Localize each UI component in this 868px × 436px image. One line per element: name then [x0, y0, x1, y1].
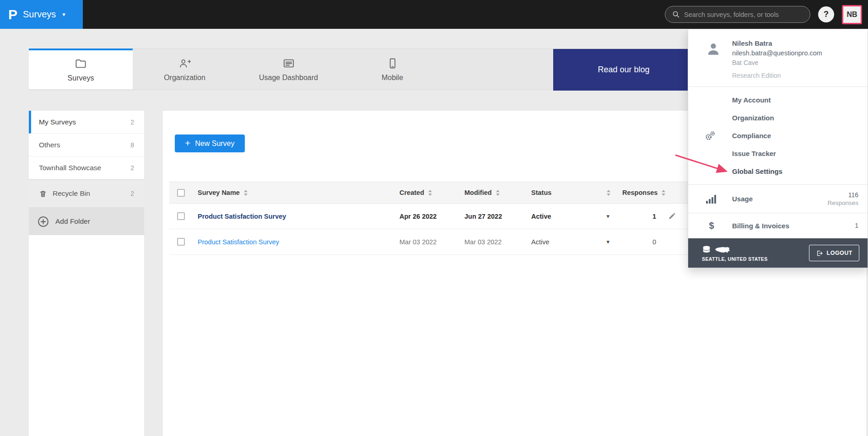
menu-item-label: Global Settings [732, 167, 782, 175]
user-menu-footer: SEATTLE, UNITED STATES LOGOUT [688, 238, 868, 268]
header-survey-name[interactable]: Survey Name [192, 189, 394, 196]
created-date: Apr 26 2022 [399, 213, 437, 220]
dollar-icon: $ [705, 221, 718, 231]
survey-name-link[interactable]: Product Satisfaction Survey [198, 213, 286, 220]
menu-item-label: Compliance [732, 132, 771, 140]
header-label: Modified [464, 189, 492, 196]
tab-label: Mobile [382, 74, 403, 82]
gears-icon [705, 130, 716, 141]
tab-label: Surveys [68, 74, 94, 82]
read-our-blog-button[interactable]: Read our blog [553, 49, 694, 91]
user-avatar-button[interactable]: NB [842, 5, 862, 24]
user-info-block: Nilesh Batra nilesh.batra@questionpro.co… [688, 29, 868, 87]
menu-item-global-settings[interactable]: Global Settings [688, 162, 868, 180]
search-input[interactable] [684, 11, 803, 18]
row-checkbox[interactable] [177, 238, 185, 246]
menu-item-compliance[interactable]: Compliance [688, 127, 868, 145]
menu-item-organization[interactable]: Organization [688, 109, 868, 127]
datacenter-info: SEATTLE, UNITED STATES [702, 244, 768, 262]
trash-icon [39, 189, 47, 198]
status-dropdown[interactable]: Active ▾ [526, 213, 617, 220]
add-folder-label: Add Folder [55, 217, 90, 226]
top-bar: P Surveys ▾ ? NB [0, 0, 868, 29]
modified-date: Mar 03 2022 [464, 238, 501, 246]
user-name: Nilesh Batra [732, 39, 822, 47]
table-row: Product Satisfaction Survey Apr 26 2022 … [169, 204, 694, 229]
sort-icon[interactable] [496, 190, 500, 196]
header-status[interactable]: Status [526, 189, 617, 196]
product-name: Surveys [23, 9, 56, 20]
folder-count: 2 [130, 190, 134, 197]
chevron-down-icon: ▾ [62, 11, 65, 18]
select-all-checkbox[interactable] [177, 189, 185, 197]
menu-item-usage[interactable]: Usage 116 Responses [688, 185, 868, 213]
menu-item-issue-tracker[interactable]: Issue Tracker [688, 145, 868, 162]
tab-label: Organization [164, 74, 205, 82]
sort-icon[interactable] [244, 190, 248, 196]
menu-item-label: Organization [732, 114, 774, 122]
question-mark-icon: ? [824, 10, 829, 19]
row-checkbox-cell [169, 238, 192, 246]
folder-label: Others [39, 141, 60, 149]
folder-count: 2 [130, 118, 134, 126]
global-search[interactable] [665, 6, 810, 23]
product-switcher[interactable]: P Surveys ▾ [0, 0, 83, 29]
tab-mobile[interactable]: Mobile [340, 49, 444, 90]
header-modified[interactable]: Modified [459, 189, 526, 196]
surveys-table: Survey Name Created Modified Status Resp… [169, 182, 694, 255]
tab-surveys[interactable]: Surveys [29, 48, 133, 89]
tab-usage-dashboard[interactable]: Usage Dashboard [237, 49, 340, 90]
responses-count: 1 [652, 213, 656, 220]
folder-count: 8 [130, 141, 134, 149]
bar-chart-icon [705, 194, 718, 204]
logout-icon [816, 250, 823, 257]
sidebar-item-townhall-showcase[interactable]: Townhall Showcase 2 [29, 156, 144, 179]
logout-button[interactable]: LOGOUT [809, 245, 859, 261]
folder-label: My Surveys [39, 118, 76, 126]
folder-icon [75, 58, 87, 70]
menu-item-billing[interactable]: $ Billing & Invoices 1 [688, 213, 868, 238]
status-dropdown[interactable]: Active ▾ [526, 238, 617, 246]
header-created[interactable]: Created [394, 189, 459, 196]
usage-value: 116 Responses [827, 191, 858, 206]
user-email: nilesh.batra@questionpro.com [732, 49, 822, 57]
user-edition: Research Edition [732, 72, 822, 79]
usage-unit: Responses [827, 199, 858, 206]
datacenter-icons [702, 244, 768, 254]
tab-organization[interactable]: Organization [133, 49, 237, 90]
row-checkbox[interactable] [177, 212, 185, 220]
billing-label: Billing & Invoices [732, 222, 789, 230]
status-value: Active [531, 213, 551, 220]
table-header-row: Survey Name Created Modified Status Resp… [169, 182, 694, 204]
menu-item-my-account[interactable]: My Account [688, 91, 868, 109]
phone-icon [387, 57, 399, 70]
folders-sidebar: My Surveys 2 Others 8 Townhall Showcase … [29, 111, 144, 436]
sidebar-item-recycle-bin[interactable]: Recycle Bin 2 [29, 180, 144, 208]
help-button[interactable]: ? [818, 6, 834, 22]
header-responses[interactable]: Responses [617, 189, 663, 196]
edit-pencil-icon[interactable] [668, 212, 676, 220]
dashboard-card-icon [282, 57, 295, 70]
usage-number: 116 [827, 191, 858, 199]
header-label: Responses [622, 189, 658, 196]
usage-label: Usage [732, 195, 753, 203]
add-circle-icon [37, 215, 49, 228]
database-icon [702, 244, 711, 254]
avatar-initials: NB [846, 11, 857, 19]
usa-map-icon [715, 246, 730, 254]
sidebar-item-others[interactable]: Others 8 [29, 134, 144, 156]
status-value: Active [531, 238, 550, 246]
person-icon [706, 41, 721, 79]
sort-icon[interactable] [607, 190, 610, 196]
questionpro-logo: P [8, 8, 17, 22]
plus-icon: + [185, 138, 190, 149]
people-add-icon [178, 57, 191, 70]
sort-icon[interactable] [662, 190, 665, 196]
user-info-text: Nilesh Batra nilesh.batra@questionpro.co… [732, 39, 822, 79]
survey-name-link[interactable]: Product Satisfaction Survey [198, 238, 279, 246]
add-folder-button[interactable]: Add Folder [29, 208, 144, 235]
sidebar-item-my-surveys[interactable]: My Surveys 2 [29, 111, 144, 134]
row-checkbox-cell [169, 212, 192, 220]
new-survey-button[interactable]: + New Survey [175, 135, 245, 152]
sort-icon[interactable] [428, 190, 432, 196]
